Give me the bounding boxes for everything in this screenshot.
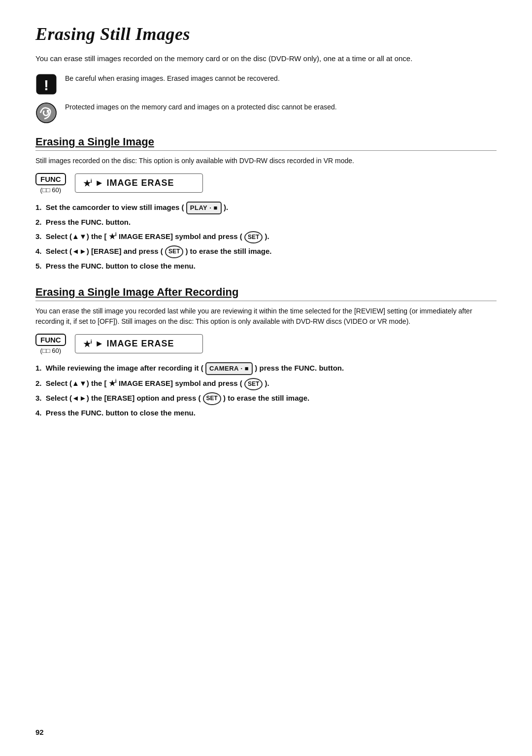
set-badge-1b: SET — [165, 245, 183, 258]
func-button-2: FUNC — [35, 334, 66, 346]
func-label-group-1: FUNC (□□ 60) — [35, 173, 66, 194]
arrow-icon-2: ► — [95, 339, 104, 349]
step-1-1: 1. Set the camcorder to view still image… — [35, 202, 497, 215]
step-2-3: 3. Select (◄►) the [ERASE] option and pr… — [35, 392, 497, 405]
func-page-1: (□□ 60) — [40, 186, 61, 194]
section1-title: Erasing a Single Image — [35, 136, 497, 151]
play-badge-1: PLAY · ■ — [186, 202, 222, 215]
caution-icon: ↺ — [35, 102, 57, 124]
arrow-icon-1: ► — [95, 178, 104, 188]
erase-icon-2: ★i — [83, 339, 92, 349]
set-badge-2a: SET — [244, 378, 263, 390]
warning-notice: ! Be careful when erasing images. Erased… — [35, 73, 497, 95]
step-2-4: 4. Press the FUNC. button to close the m… — [35, 407, 497, 419]
step-1-5: 5. Press the FUNC. button to close the m… — [35, 260, 497, 272]
step-2-2: 2. Select (▲▼) the [ ★i IMAGE ERASE] sym… — [35, 377, 497, 390]
svg-text:!: ! — [44, 77, 49, 93]
section2-intro: You can erase the still image you record… — [35, 306, 497, 327]
set-badge-2b: SET — [203, 392, 221, 405]
set-badge-1a: SET — [244, 231, 263, 243]
page-title: Erasing Still Images — [35, 24, 497, 44]
steps-list-2: 1. While reviewing the image after recor… — [35, 362, 497, 419]
image-erase-label-2: IMAGE ERASE — [107, 339, 174, 349]
section1-intro: Still images recorded on the disc: This … — [35, 156, 497, 166]
image-erase-diagram-1: ★i ► IMAGE ERASE — [75, 173, 203, 193]
step-1-2: 2. Press the FUNC. button. — [35, 216, 497, 228]
camera-badge: CAMERA · ■ — [205, 362, 253, 376]
caution-notice: ↺ Protected images on the memory card an… — [35, 102, 497, 124]
warning-icon: ! — [35, 73, 57, 95]
func-diagram-1: FUNC (□□ 60) ★i ► IMAGE ERASE — [35, 173, 497, 194]
notice2-text: Protected images on the memory card and … — [65, 102, 337, 112]
steps-list-1: 1. Set the camcorder to view still image… — [35, 202, 497, 272]
step-2-1: 1. While reviewing the image after recor… — [35, 362, 497, 376]
func-label-group-2: FUNC (□□ 60) — [35, 334, 66, 354]
step-1-3: 3. Select (▲▼) the [ ★i IMAGE ERASE] sym… — [35, 230, 497, 243]
image-erase-diagram-2: ★i ► IMAGE ERASE — [75, 334, 203, 354]
notice1-text: Be careful when erasing images. Erased i… — [65, 73, 280, 84]
step-1-4: 4. Select (◄►) [ERASE] and press ( SET )… — [35, 245, 497, 258]
intro-text: You can erase still images recorded on t… — [35, 53, 497, 65]
erase-icon-1: ★i — [83, 178, 92, 189]
func-page-2: (□□ 60) — [40, 347, 61, 354]
page-number: 92 — [35, 728, 44, 736]
func-diagram-2: FUNC (□□ 60) ★i ► IMAGE ERASE — [35, 334, 497, 354]
section2-title: Erasing a Single Image After Recording — [35, 286, 497, 301]
image-erase-label-1: IMAGE ERASE — [107, 178, 174, 188]
func-button-1: FUNC — [35, 173, 66, 185]
